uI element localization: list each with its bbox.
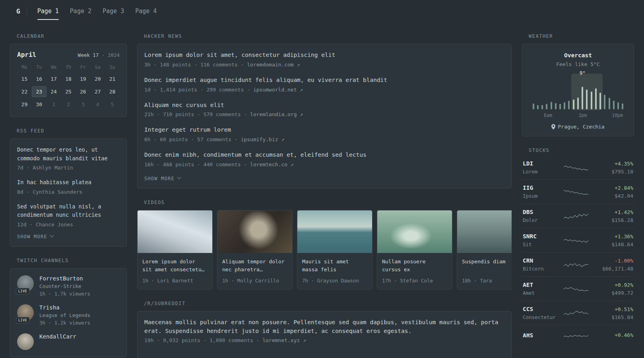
stock-change: +0.51% (595, 306, 633, 312)
weather-bar (609, 98, 610, 109)
hackernews-item-title[interactable]: Aliquam nec cursus elit (144, 101, 504, 110)
video-body: Mauris sit amet massa felis7h · Grayson … (297, 253, 372, 289)
calendar-day: 1 (47, 99, 61, 110)
hackernews-card: Lorem ipsum dolor sit amet, consectetur … (137, 44, 512, 189)
hackernews-item-domain-link[interactable]: ipsumworld.net ↗ (253, 87, 303, 93)
weather-bar (564, 102, 565, 109)
twitch-channel-game: Counter-Strike (39, 283, 90, 289)
rss-widget: RSS FEED Donec tempor eros leo, ut commo… (10, 128, 127, 247)
video-body: Aliquam tempor dolor nec pharetra…1h · M… (217, 253, 292, 289)
stock-sparkline (563, 330, 589, 342)
twitch-widget-title: TWITCH CHANNELS (17, 258, 127, 263)
dashboard-page: G Page 1Page 2Page 3Page 4 CALENDAR Apri… (0, 0, 644, 358)
stock-spark-wrap (557, 234, 595, 246)
rss-item-title[interactable]: Donec tempor eros leo, ut commodo mauris… (17, 146, 120, 163)
stock-row-snrc[interactable]: SNRCSit+1.36%$148.64 (522, 228, 634, 252)
rss-item: Donec tempor eros leo, ut commodo mauris… (17, 146, 120, 171)
weather-bar-slot (611, 76, 616, 109)
twitch-channel-name: Trisha (39, 304, 90, 311)
hackernews-item-domain-link[interactable]: loremtech.co ↗ (250, 161, 294, 167)
rss-show-more-label: SHOW MORE (17, 234, 47, 239)
video-card[interactable]: Aliquam tempor dolor nec pharetra…1h · M… (217, 210, 293, 290)
twitch-channel-name: ForrestBurton (39, 275, 90, 282)
video-card[interactable]: Nullam posuere cursus ex17h · Stefan Col… (377, 210, 452, 290)
right-column: WEATHER Overcast Feels like 5°C 9° 6am2p… (522, 22, 634, 347)
calendar-day-selected: 23 (32, 86, 47, 97)
subreddit-item-title[interactable]: Maecenas mollis pulvinar erat non posuer… (144, 318, 504, 336)
rss-item-title[interactable]: Sed volutpat nulla nisl, a condimentum n… (17, 202, 120, 220)
video-title: Suspendis diam (462, 258, 512, 274)
rss-card: Donec tempor eros leo, ut commodo mauris… (10, 138, 127, 247)
weather-time-label: 10pm (612, 113, 623, 118)
hackernews-item-title[interactable]: Donec imperdiet augue tincidunt felis al… (144, 76, 504, 85)
stock-row-dbs[interactable]: DBSDolor+1.42%$156.28 (522, 204, 634, 228)
weather-bar-slot (607, 76, 611, 109)
stock-id: DBSDolor (523, 209, 557, 223)
nav-tab-page-2[interactable]: Page 2 (64, 0, 97, 22)
chevron-down-icon (177, 175, 181, 179)
twitch-channel-row[interactable]: LIVEForrestBurtonCounter-Strike1h · 1.7k… (17, 275, 120, 297)
hackernews-show-more-button[interactable]: SHOW MORE (144, 176, 504, 181)
video-card[interactable]: Lorem ipsum dolor sit amet consectetu…1h… (137, 210, 213, 290)
rss-widget-title: RSS FEED (17, 128, 127, 134)
subreddit-card: Maecenas mollis pulvinar erat non posuer… (137, 311, 512, 358)
twitch-avatar: LIVE (17, 275, 34, 292)
weather-bar (604, 95, 605, 109)
stock-change: +4.35% (595, 161, 633, 167)
videos-widget: VIDEOS Lorem ipsum dolor sit amet consec… (137, 200, 512, 290)
weather-bar-slot (576, 76, 580, 109)
stock-row-crn[interactable]: CRNBitcorn-1.00%$66,171.48 (522, 252, 634, 276)
hackernews-item-title[interactable]: Donec enim nibh, condimentum et accumsan… (144, 151, 504, 160)
hackernews-item-title[interactable]: Lorem ipsum dolor sit amet, consectetur … (144, 51, 504, 60)
rss-show-more-button[interactable]: SHOW MORE (17, 234, 120, 239)
hackernews-item-domain-link[interactable]: ipsumify.biz ↗ (241, 136, 285, 142)
calendar-day-header: Fr (76, 64, 90, 72)
stock-id: CCSConsectetur (523, 306, 557, 320)
hackernews-item-title[interactable]: Integer eget rutrum lorem (144, 126, 504, 134)
stock-row-ahs[interactable]: AHS+0.46% (522, 325, 634, 347)
weather-bar-slot (585, 76, 589, 109)
stock-name: Bitcorn (523, 266, 557, 272)
hackernews-item-domain-link[interactable]: loremdomain.com ↗ (247, 62, 300, 68)
stock-row-ldi[interactable]: LDILorem+4.35%$795.18 (522, 158, 634, 179)
weather-bar-slot (540, 76, 544, 109)
stock-row-ccs[interactable]: CCSConsectetur+0.51%$165.84 (522, 301, 634, 325)
hackernews-item-meta: 6h · 60 points · 57 comments · ipsumify.… (144, 136, 504, 142)
nav-tab-page-1[interactable]: Page 1 (32, 0, 64, 22)
subreddit-widget: /R/SUBREDDIT Maecenas mollis pulvinar er… (137, 301, 512, 358)
calendar-day: 22 (17, 86, 32, 97)
stock-id: LDILorem (523, 160, 557, 175)
stock-name: Lorem (523, 169, 557, 175)
stock-values: -1.00%$66,171.48 (595, 258, 633, 272)
stock-row-iig[interactable]: IIGIpsum+2.84%$42.04 (522, 179, 634, 204)
middle-column: HACKER NEWS Lorem ipsum dolor sit amet, … (137, 22, 512, 358)
video-title: Mauris sit amet massa felis (302, 258, 367, 274)
hackernews-item-domain-link[interactable]: loremlandia.org ↗ (250, 111, 303, 117)
calendar-week-label: Week 17 (78, 52, 99, 58)
stock-values: +0.46% (595, 332, 633, 340)
twitch-channel-info: KendallCarr (39, 333, 76, 350)
stock-id: AHS (523, 332, 557, 340)
weather-bar (551, 102, 552, 109)
stock-row-aet[interactable]: AETAmet+0.92%$499.72 (522, 276, 634, 301)
calendar-day: 28 (105, 86, 120, 97)
video-card[interactable]: Mauris sit amet massa felis7h · Grayson … (297, 210, 372, 290)
rss-item-title[interactable]: In hac habitasse platea (17, 178, 120, 187)
video-card[interactable]: Suspendis diam18h · Tara (457, 210, 512, 290)
nav-tab-page-4[interactable]: Page 4 (130, 0, 162, 22)
video-body: Suspendis diam18h · Tara (457, 253, 512, 289)
stocks-widget-title: STOCKS (529, 148, 634, 153)
nav-tab-page-3[interactable]: Page 3 (97, 0, 130, 22)
subreddit-item-domain-link[interactable]: loremnet.xyz ↗ (262, 337, 306, 343)
twitch-channel-row[interactable]: LIVETrishaLeague of Legends3h · 1.2k vie… (17, 304, 120, 326)
rss-item: In hac habitasse platea8d · Cynthia Saun… (17, 178, 120, 195)
twitch-channel-row[interactable]: KendallCarr (17, 333, 120, 350)
hackernews-item: Aliquam nec cursus elit21h · 710 points … (144, 101, 504, 118)
weather-bar (568, 101, 570, 109)
twitch-channel-meta: 1h · 1.7k viewers (39, 291, 90, 297)
calendar-day-header: Th (61, 64, 76, 72)
stock-spark-wrap (557, 283, 595, 295)
twitch-channel-info: ForrestBurtonCounter-Strike1h · 1.7k vie… (39, 275, 90, 297)
video-thumbnail (138, 210, 212, 253)
rss-list: Donec tempor eros leo, ut commodo mauris… (17, 146, 120, 228)
